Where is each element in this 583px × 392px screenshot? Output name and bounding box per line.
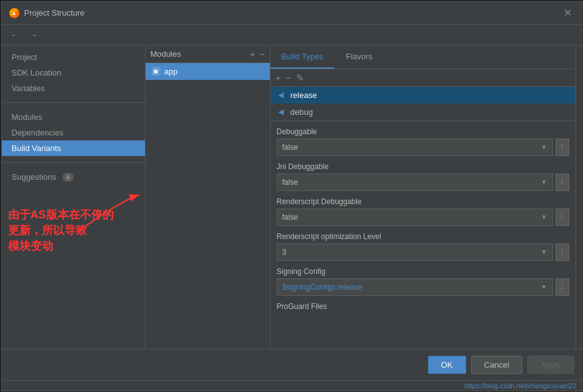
modules-panel-header: Modules + − [146, 46, 270, 63]
module-icon: ▣ [152, 67, 161, 76]
add-build-type-button[interactable]: + [276, 73, 281, 82]
signing-config-value: $signingConfigs.release [282, 283, 362, 292]
property-jni-debuggable: Jni Debuggable false ▼ ⋮ [277, 162, 569, 191]
project-structure-dialog: ▲ Project Structure ✕ ← → Project SDK Lo… [1, 1, 582, 391]
renderscript-debuggable-select[interactable]: false ▼ [277, 208, 553, 226]
renderscript-debuggable-arrow-icon: ▼ [541, 213, 547, 220]
arrow-svg [71, 189, 146, 238]
module-label: app [164, 67, 178, 76]
build-type-debug[interactable]: ◀ debug [271, 104, 576, 120]
debuggable-label: Debuggable [277, 127, 569, 136]
signing-config-arrow-icon: ▼ [541, 283, 547, 290]
modules-list: ▣ app [146, 63, 270, 349]
sidebar-item-suggestions[interactable]: Suggestions 4 [2, 169, 145, 185]
build-type-toolbar: + − ✎ [271, 69, 576, 87]
build-type-list: ◀ release ◀ debug [271, 87, 576, 121]
debuggable-arrow-icon: ▼ [541, 144, 547, 150]
dialog-title: Project Structure [24, 8, 85, 17]
close-button[interactable]: ✕ [561, 7, 574, 19]
jni-debuggable-arrow-icon: ▼ [541, 179, 547, 185]
sidebar-item-sdk-location[interactable]: SDK Location [2, 65, 145, 81]
debuggable-select[interactable]: false ▼ [277, 139, 553, 156]
app-icon: ▲ [9, 8, 19, 18]
sidebar: Project SDK Location Variables Modules D… [2, 46, 146, 349]
apply-button[interactable]: Apply [527, 356, 574, 374]
back-button[interactable]: ← [8, 29, 22, 41]
debuggable-edit-button[interactable]: ⋮ [556, 139, 569, 156]
modules-panel-toolbar: + − [250, 49, 265, 59]
sidebar-divider-1 [2, 102, 145, 103]
title-bar-left: ▲ Project Structure [9, 8, 85, 18]
sidebar-item-variables[interactable]: Variables [2, 81, 145, 96]
renderscript-optimization-arrow-icon: ▼ [541, 248, 547, 255]
forward-button[interactable]: → [27, 29, 41, 41]
sidebar-item-project[interactable]: Project [2, 49, 145, 65]
properties-area: Debuggable false ▼ ⋮ Jni Debuggable [271, 121, 576, 349]
nav-bar: ← → [2, 25, 582, 46]
tab-build-types[interactable]: Build Types [271, 46, 335, 69]
title-bar: ▲ Project Structure ✕ [2, 2, 582, 25]
renderscript-optimization-label: Renderscript optimization Level [277, 232, 569, 241]
proguard-files-label: ProGuard Files [277, 302, 569, 311]
signing-config-select[interactable]: $signingConfigs.release ▼ [277, 278, 553, 296]
tab-flavors[interactable]: Flavors [334, 46, 384, 69]
property-signing-config: Signing Config $signingConfigs.release ▼… [277, 267, 569, 296]
signing-config-input-row: $signingConfigs.release ▼ ⋮ [277, 278, 569, 296]
renderscript-debuggable-label: Renderscript Debuggable [277, 197, 569, 206]
suggestions-badge: 4 [62, 173, 74, 182]
jni-debuggable-select[interactable]: false ▼ [277, 174, 553, 191]
renderscript-optimization-select[interactable]: 3 ▼ [277, 243, 553, 261]
bottom-bar: OK Cancel Apply [2, 349, 582, 380]
cancel-button[interactable]: Cancel [471, 356, 522, 374]
annotation-container: 由于AS版本在不停的 更新，所以导致 模块变动 [8, 207, 139, 255]
build-type-release[interactable]: ◀ release [271, 87, 576, 104]
ok-button[interactable]: OK [428, 356, 466, 374]
sidebar-section-bottom: Suggestions 4 [2, 165, 145, 189]
sidebar-item-build-variants[interactable]: Build Variants [2, 140, 145, 156]
sidebar-section-top: Project SDK Location Variables [2, 46, 145, 100]
remove-build-type-button[interactable]: − [286, 73, 291, 82]
modules-remove-button[interactable]: − [259, 49, 265, 59]
jni-debuggable-edit-button[interactable]: ⋮ [556, 174, 569, 191]
renderscript-optimization-input-row: 3 ▼ ⋮ [277, 243, 569, 261]
debuggable-input-row: false ▼ ⋮ [277, 139, 569, 156]
property-renderscript-optimization: Renderscript optimization Level 3 ▼ ⋮ [277, 232, 569, 261]
modules-panel-title: Modules [151, 49, 181, 59]
jni-debuggable-label: Jni Debuggable [277, 162, 569, 171]
sidebar-section-middle: Modules Dependencies Build Variants [2, 105, 145, 160]
modules-add-button[interactable]: + [250, 49, 256, 59]
sidebar-divider-2 [2, 162, 145, 163]
modules-panel: Modules + − ▣ app [146, 46, 271, 349]
url-bar: https://blog.csdn.net/chengxuyuan22 [2, 380, 582, 391]
property-debuggable: Debuggable false ▼ ⋮ [277, 127, 569, 156]
renderscript-debuggable-input-row: false ▼ ⋮ [277, 208, 569, 226]
tabs-bar: Build Types Flavors [271, 46, 576, 69]
module-item-app[interactable]: ▣ app [146, 63, 270, 80]
annotation-area: 由于AS版本在不停的 更新，所以导致 模块变动 [2, 189, 145, 261]
property-renderscript-debuggable: Renderscript Debuggable false ▼ ⋮ [277, 197, 569, 226]
signing-config-label: Signing Config [277, 267, 569, 276]
signing-config-edit-button[interactable]: ⋮ [556, 278, 569, 296]
sidebar-item-dependencies[interactable]: Dependencies [2, 125, 145, 140]
jni-debuggable-input-row: false ▼ ⋮ [277, 174, 569, 191]
scrollbar-track[interactable] [576, 46, 582, 349]
property-proguard-files: ProGuard Files [277, 302, 569, 311]
renderscript-debuggable-edit-button[interactable]: ⋮ [556, 208, 569, 226]
edit-build-type-button[interactable]: ✎ [296, 73, 304, 82]
release-icon: ◀ [277, 91, 286, 99]
debug-icon: ◀ [277, 107, 286, 116]
sidebar-item-modules[interactable]: Modules [2, 109, 145, 125]
content-area: Project SDK Location Variables Modules D… [2, 46, 582, 349]
renderscript-optimization-edit-button[interactable]: ⋮ [556, 243, 569, 261]
main-panel: Build Types Flavors + − ✎ ◀ release ◀ [271, 46, 576, 349]
